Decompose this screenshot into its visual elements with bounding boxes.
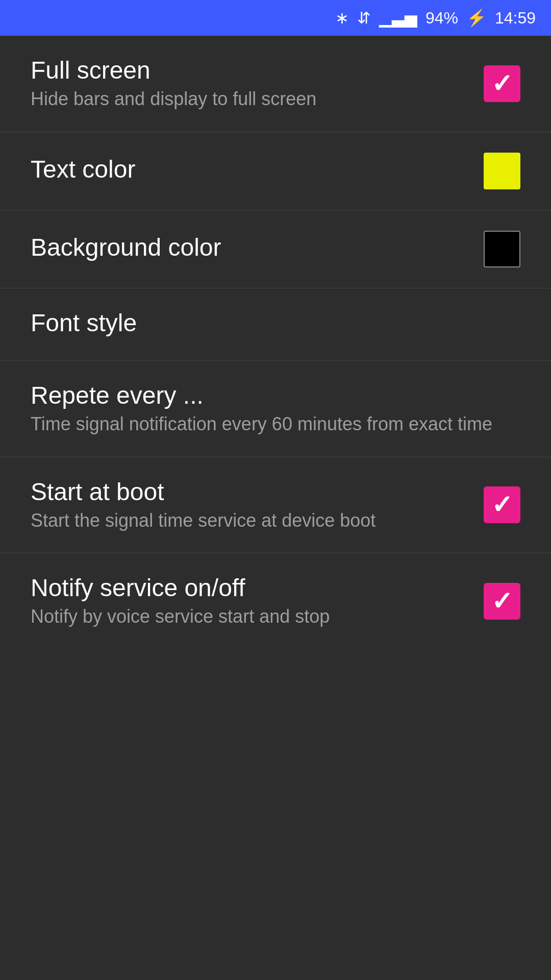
- full-screen-title: Full screen: [31, 56, 463, 84]
- full-screen-checkbox[interactable]: ✓: [484, 65, 520, 102]
- settings-item-content-repete-every: Repete every ... Time signal notificatio…: [31, 381, 520, 436]
- settings-item-repete-every[interactable]: Repete every ... Time signal notificatio…: [0, 361, 551, 457]
- settings-item-font-style[interactable]: Font style: [0, 288, 551, 361]
- repete-every-subtitle: Time signal notification every 60 minute…: [31, 412, 500, 436]
- repete-every-title: Repete every ...: [31, 381, 500, 409]
- status-icons: ∗ ⇵ ▁▃▅ 94% ⚡ 14:59: [335, 8, 536, 28]
- settings-item-content-full-screen: Full screen Hide bars and display to ful…: [31, 56, 484, 111]
- settings-item-content-notify-service: Notify service on/off Notify by voice se…: [31, 574, 484, 629]
- full-screen-checkmark: ✓: [491, 69, 513, 99]
- settings-item-start-at-boot[interactable]: Start at boot Start the signal time serv…: [0, 457, 551, 554]
- battery-icon: ⚡: [466, 8, 487, 28]
- clock: 14:59: [495, 9, 536, 28]
- text-color-title: Text color: [31, 155, 463, 183]
- status-bar: ∗ ⇵ ▁▃▅ 94% ⚡ 14:59: [0, 0, 551, 36]
- background-color-swatch[interactable]: [484, 231, 520, 267]
- battery-percentage: 94%: [425, 9, 458, 28]
- notify-service-title: Notify service on/off: [31, 574, 463, 602]
- download-upload-icon: ⇵: [357, 8, 371, 28]
- notify-service-checkbox[interactable]: ✓: [484, 583, 520, 620]
- settings-item-content-start-at-boot: Start at boot Start the signal time serv…: [31, 478, 484, 533]
- start-at-boot-checkbox[interactable]: ✓: [484, 486, 520, 523]
- settings-item-text-color[interactable]: Text color: [0, 132, 551, 210]
- notify-service-subtitle: Notify by voice service start and stop: [31, 605, 463, 629]
- notify-service-checkmark: ✓: [491, 586, 513, 616]
- settings-item-full-screen[interactable]: Full screen Hide bars and display to ful…: [0, 36, 551, 132]
- full-screen-subtitle: Hide bars and display to full screen: [31, 87, 463, 111]
- settings-list: Full screen Hide bars and display to ful…: [0, 36, 551, 649]
- bluetooth-icon: ∗: [335, 8, 349, 28]
- start-at-boot-checkmark: ✓: [491, 490, 513, 520]
- settings-item-content-font-style: Font style: [31, 309, 520, 340]
- start-at-boot-title: Start at boot: [31, 478, 463, 506]
- settings-item-content-background-color: Background color: [31, 233, 484, 264]
- start-at-boot-subtitle: Start the signal time service at device …: [31, 509, 463, 533]
- text-color-swatch[interactable]: [484, 153, 520, 189]
- settings-item-content-text-color: Text color: [31, 155, 484, 186]
- background-color-title: Background color: [31, 233, 463, 261]
- font-style-title: Font style: [31, 309, 500, 337]
- settings-item-background-color[interactable]: Background color: [0, 210, 551, 288]
- settings-item-notify-service[interactable]: Notify service on/off Notify by voice se…: [0, 553, 551, 649]
- signal-icon: ▁▃▅: [379, 8, 417, 28]
